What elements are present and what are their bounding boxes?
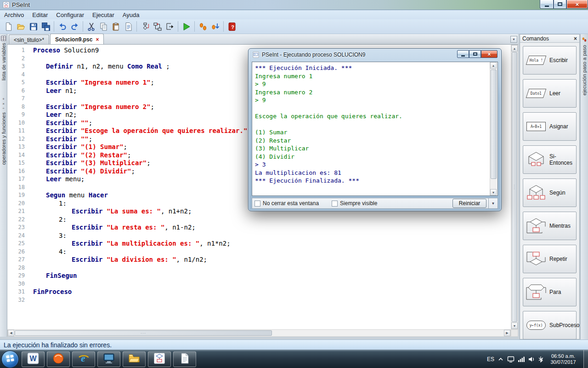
line-number: 30 xyxy=(7,280,29,288)
variables-panel-tab[interactable]: lista de variables xyxy=(1,36,6,80)
find-replace-button[interactable] xyxy=(122,20,135,33)
taskbar-item-word[interactable]: W xyxy=(22,351,45,367)
code-token: 2: xyxy=(59,216,67,223)
show-desktop-button[interactable] xyxy=(583,350,588,368)
code-token: Escribir xyxy=(46,159,77,167)
code-token: Definir xyxy=(46,63,73,70)
console-scroll-thumb[interactable] xyxy=(491,69,497,179)
tab-solucion9-psc[interactable]: Solucion9.psc× xyxy=(50,34,104,44)
command-subproceso[interactable]: y←f(x)SubProceso xyxy=(523,311,577,339)
taskbar-item-media-player[interactable] xyxy=(47,351,70,367)
command-si-entonces[interactable]: Si-Entonces xyxy=(523,145,577,174)
paste-button[interactable] xyxy=(110,20,122,33)
redo-button[interactable] xyxy=(68,20,81,33)
command-para[interactable]: Para xyxy=(523,278,577,306)
display-icon[interactable] xyxy=(507,356,514,362)
svg-text:W: W xyxy=(29,355,37,362)
exec-maximize-button[interactable] xyxy=(469,50,481,58)
code-token: Leer xyxy=(46,111,62,118)
menu-item-editar[interactable]: Editar xyxy=(28,11,52,19)
command-seg-n[interactable]: Según xyxy=(523,178,577,207)
restart-button[interactable]: Reiniciar xyxy=(452,199,486,208)
system-tray: ES 06:50 a.m. 30/07/2017 xyxy=(487,350,588,368)
language-indicator[interactable]: ES xyxy=(487,356,494,362)
exec-close-button[interactable]: × xyxy=(481,50,498,58)
scroll-down-button[interactable]: ▼ xyxy=(511,322,518,329)
menu-item-archivo[interactable]: Archivo xyxy=(0,11,28,19)
open-file-button[interactable] xyxy=(15,20,27,33)
taskbar-item-internet-explorer[interactable]: e xyxy=(72,351,95,367)
taskbar-item-document-editor[interactable] xyxy=(173,351,196,367)
close-button[interactable]: × xyxy=(566,0,588,9)
operators-panel-tab[interactable]: ＋×÷ operadores y funciones xyxy=(1,96,6,165)
chevron-down-icon: ▼ xyxy=(512,38,515,41)
code-text xyxy=(29,296,33,305)
commands-close-button[interactable]: × xyxy=(574,35,577,42)
code-text: Escribir "Ingresa numero 2"; xyxy=(29,103,154,111)
toolbar-separator xyxy=(54,21,54,32)
code-token: ; xyxy=(89,135,92,143)
right-dock-strip[interactable]: ejecución paso a paso xyxy=(580,34,588,339)
tab-list-button[interactable]: ▼ xyxy=(510,36,517,43)
scroll-left-button[interactable]: ◀ xyxy=(8,330,14,336)
step-run-button[interactable] xyxy=(197,20,209,33)
network-icon[interactable] xyxy=(518,356,525,362)
undo-button[interactable] xyxy=(56,20,68,33)
code-text: Escribir "La suma es: ", n1+n2; xyxy=(29,207,192,216)
line-number: 24 xyxy=(7,232,29,240)
menu-item-configurar[interactable]: Configurar xyxy=(52,11,88,19)
internet-explorer-icon: e xyxy=(78,352,90,366)
command-repetir[interactable]: Repetir xyxy=(523,245,577,273)
menu-item-ejecutar[interactable]: Ejecutar xyxy=(88,11,119,19)
checkbox-no-cerrar-esta-ventana[interactable] xyxy=(254,201,260,207)
line-number: 8 xyxy=(7,103,29,111)
cut-button[interactable] xyxy=(85,20,97,33)
command-leer[interactable]: Dato1Leer xyxy=(523,79,577,108)
exec-minimize-button[interactable] xyxy=(457,50,469,58)
command-asignar[interactable]: A←B+1Asignar xyxy=(523,112,577,141)
execution-titlebar[interactable]: PSeInt - Ejecutando proceso SOLUCION9 × xyxy=(249,49,501,61)
scroll-right-button[interactable]: ▶ xyxy=(504,330,510,336)
console-line: (3) Multiplicar xyxy=(255,144,487,153)
run-button[interactable] xyxy=(180,20,192,33)
new-file-button[interactable] xyxy=(2,20,15,33)
command-escribir[interactable]: Hola !Escribir xyxy=(523,46,577,75)
scroll-up-button[interactable]: ▲ xyxy=(511,45,518,52)
media-player-icon xyxy=(52,352,64,366)
code-token: 1: xyxy=(59,200,67,207)
bluetooth-icon[interactable] xyxy=(538,356,543,362)
editor-vertical-scrollbar[interactable]: ▲ ··· ▼ xyxy=(511,45,518,329)
horizontal-scroll-thumb[interactable]: ··· xyxy=(15,330,272,336)
start-button[interactable] xyxy=(1,351,19,368)
save-as-button[interactable] xyxy=(40,20,52,33)
hidden-icons-button[interactable] xyxy=(498,357,503,362)
export-button[interactable] xyxy=(164,20,176,33)
help-button[interactable]: ? xyxy=(226,20,238,33)
taskbar-item-file-explorer[interactable] xyxy=(123,351,146,367)
console-scrollbar[interactable]: ▲ ▼ xyxy=(490,62,498,196)
menu-item-ayuda[interactable]: Ayuda xyxy=(119,11,144,19)
syntax-check-button[interactable] xyxy=(139,20,151,33)
clock[interactable]: 06:50 a.m. 30/07/2017 xyxy=(547,353,580,365)
scroll-down-button[interactable]: ▼ xyxy=(490,189,497,196)
run-to-line-button[interactable] xyxy=(209,20,221,33)
checkbox-siempre-visible[interactable] xyxy=(332,201,338,207)
command-mientras[interactable]: Mientras xyxy=(523,212,577,240)
code-token: Escribir xyxy=(46,127,77,134)
vertical-scroll-thumb[interactable]: ··· xyxy=(512,52,517,322)
scroll-up-button[interactable]: ▲ xyxy=(490,62,497,69)
taskbar-item-system-app[interactable] xyxy=(97,351,120,367)
console-dropdown-button[interactable]: ▼ xyxy=(488,198,498,208)
minimize-button[interactable] xyxy=(540,0,554,9)
editor-horizontal-scrollbar[interactable]: ◀ ··· ▶ xyxy=(7,329,511,337)
tab-sin-titulo[interactable]: <sin_titulo>* xyxy=(9,34,49,44)
code-text: FinSegun xyxy=(29,272,77,280)
flowchart-button[interactable] xyxy=(151,20,164,33)
maximize-button[interactable] xyxy=(554,0,566,9)
tab-close-button[interactable]: × xyxy=(96,37,99,42)
copy-button[interactable] xyxy=(97,20,110,33)
volume-icon[interactable] xyxy=(528,356,535,362)
save-button[interactable] xyxy=(27,20,40,33)
taskbar-item-pseint[interactable] xyxy=(148,351,171,367)
code-text: Leer n1; xyxy=(29,87,77,95)
